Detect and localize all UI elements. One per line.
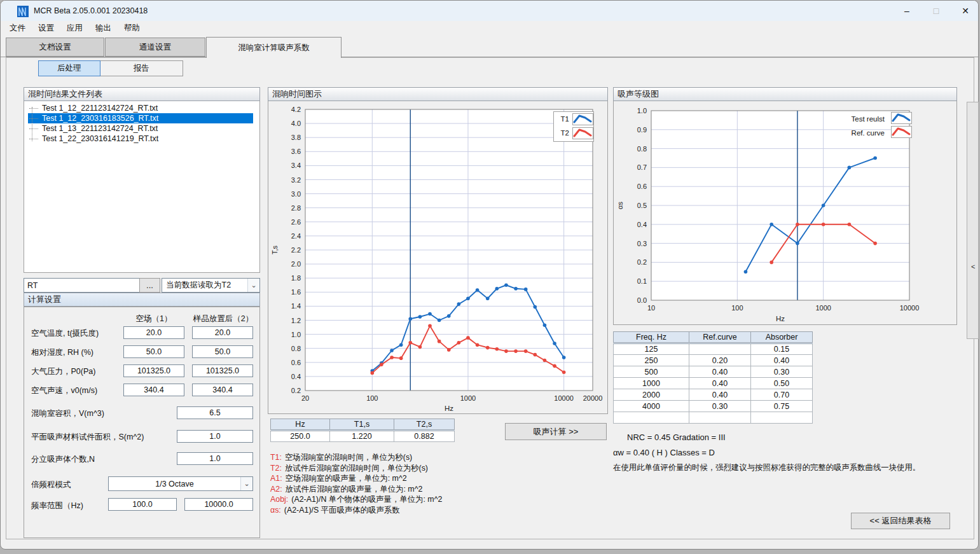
humidity-field-1[interactable] — [123, 345, 184, 358]
octave-mode-dropdown[interactable]: 1/3 Octave ⌄ — [108, 476, 253, 491]
svg-text:100: 100 — [731, 304, 743, 312]
pressure-field-2[interactable] — [192, 364, 253, 377]
table-cell: 500 — [614, 366, 689, 378]
subtab-report[interactable]: 报告 — [100, 60, 183, 76]
humidity-label: 相对湿度, RH (%) — [31, 347, 93, 358]
temp-field-2[interactable] — [192, 326, 253, 339]
freq-range-min-field[interactable] — [108, 498, 177, 511]
table-row: 1250.15 — [614, 343, 813, 355]
legend-label-t2: T2 — [554, 129, 572, 137]
menu-output[interactable]: 输出 — [89, 21, 118, 36]
svg-text:0.1: 0.1 — [637, 277, 647, 285]
table-cell: 0.50 — [751, 378, 813, 389]
volume-label: 混响室容积，V(m^3) — [31, 408, 104, 419]
menu-help[interactable]: 帮助 — [118, 21, 146, 36]
table-cell: 0.40 — [751, 355, 813, 366]
svg-text:1000: 1000 — [460, 394, 476, 402]
table-header-row: Freq. HzRef.curveAbsorber — [614, 332, 813, 343]
menu-settings[interactable]: 设置 — [32, 21, 60, 36]
file-list[interactable]: Test 1_12_221123142724_RT.txtTest 1_12_2… — [24, 101, 260, 273]
svg-text:0.4: 0.4 — [637, 221, 647, 228]
table-row: 10000.400.50 — [614, 378, 813, 389]
legend-label-t1: T1 — [554, 115, 572, 123]
table-cell: 0.40 — [689, 378, 751, 389]
table-header-row: HzT1,sT2,s — [271, 419, 455, 431]
definition-line: Aobj:(A2-A1)/N 单个物体的吸声量，单位为: m^2 — [270, 494, 442, 505]
rt-name-input[interactable] — [24, 278, 140, 293]
file-name: Test 1_13_221123142724_RT.txt — [42, 124, 158, 133]
svg-text:10000: 10000 — [900, 304, 920, 312]
tab-reverb-room-absorption[interactable]: 混响室计算吸声系数 — [206, 37, 342, 58]
table-cell: 0.40 — [689, 366, 751, 378]
svg-text:1.6: 1.6 — [291, 288, 301, 296]
svg-text:0.2: 0.2 — [637, 258, 647, 266]
tree-line — [32, 107, 32, 141]
sample-area-field[interactable] — [177, 430, 253, 443]
tree-stub-icon — [29, 108, 38, 109]
definition-key: αs: — [270, 506, 281, 515]
list-item[interactable]: Test 1_22_230316141219_RT.txt — [28, 134, 253, 144]
svg-text:3.2: 3.2 — [291, 176, 301, 184]
humidity-field-2[interactable] — [192, 345, 253, 358]
subtab-postprocess[interactable]: 后处理 — [38, 60, 100, 76]
svg-text:0.5: 0.5 — [637, 202, 647, 209]
tab-channel-settings[interactable]: 通道设置 — [105, 38, 205, 57]
definition-line: A2:放试件后混响室的吸声量，单位为: m^2 — [270, 484, 442, 495]
list-item[interactable]: Test 1_13_221123142724_RT.txt — [28, 123, 253, 134]
svg-text:4.0: 4.0 — [291, 120, 301, 127]
table-cell: 250.0 — [271, 431, 330, 442]
svg-text:0.0: 0.0 — [637, 296, 647, 304]
tab-document-settings[interactable]: 文档设置 — [6, 38, 104, 57]
back-to-results-button[interactable]: << 返回结果表格 — [851, 513, 950, 529]
ref-curve-icon — [891, 126, 912, 138]
svg-text:3.8: 3.8 — [291, 134, 301, 141]
rt-chart-canvas[interactable]: 0.20.40.60.81.01.21.41.61.82.02.22.42.62… — [268, 101, 607, 413]
legend-label-test-result: Test reulst — [830, 115, 888, 123]
definition-text: (A2-A1)/S 平面吸声体的吸声系数 — [284, 506, 400, 515]
chevron-down-icon[interactable]: ⌄ — [240, 477, 252, 490]
svg-text:10: 10 — [647, 304, 655, 312]
svg-text:0.2: 0.2 — [291, 387, 301, 394]
list-item[interactable]: Test 1_12_230316183526_RT.txt — [28, 113, 253, 123]
table-cell — [751, 412, 813, 424]
menu-apply[interactable]: 应用 — [60, 21, 89, 36]
menu-file[interactable]: 文件 — [3, 21, 32, 36]
browse-button[interactable]: ... — [139, 278, 160, 293]
temp-field-1[interactable] — [123, 326, 184, 339]
svg-text:αs: αs — [616, 202, 624, 209]
volume-field[interactable] — [177, 406, 253, 419]
absorption-calc-button[interactable]: 吸声计算 >> — [505, 423, 607, 440]
tree-stub-icon — [29, 118, 38, 119]
chevron-down-icon[interactable]: ⌄ — [247, 279, 259, 292]
maximize-button[interactable]: □ — [921, 1, 951, 21]
col-with-sample: 样品放置后（2） — [190, 314, 257, 324]
list-item[interactable]: Test 1_12_221123142724_RT.txt — [28, 103, 253, 113]
svg-text:0.3: 0.3 — [637, 240, 647, 247]
pressure-field-1[interactable] — [123, 364, 184, 377]
data-read-dropdown[interactable]: 当前数据读取为T2 ⌄ — [162, 278, 260, 293]
svg-text:Hz: Hz — [445, 405, 453, 412]
freq-range-max-field[interactable] — [184, 498, 253, 511]
svg-text:0.8: 0.8 — [637, 145, 647, 153]
window-title: MCR Beta 2.05.0.001 20230418 — [34, 6, 148, 15]
sound-speed-field-2[interactable] — [192, 384, 253, 396]
collapse-left-icon[interactable]: < — [971, 263, 975, 270]
minimize-button[interactable]: – — [892, 1, 921, 21]
column-header: Absorber — [751, 332, 813, 343]
object-count-label: 分立吸声体个数,N — [31, 454, 95, 465]
single-value-warning-text: 在使用此单值评价量的时候，强烈建议与按照标准获得的完整的吸声系数曲线一块使用。 — [613, 462, 920, 473]
svg-text:100: 100 — [366, 394, 378, 402]
sound-speed-field-1[interactable] — [123, 384, 184, 396]
side-panel-collapse-strip[interactable]: < — [967, 102, 979, 339]
svg-text:3.6: 3.6 — [291, 148, 301, 155]
svg-text:20: 20 — [301, 394, 309, 402]
table-row: 5000.400.30 — [614, 366, 813, 378]
svg-text:1.0: 1.0 — [637, 107, 647, 114]
object-count-field[interactable] — [177, 452, 253, 465]
sound-speed-label: 空气声速，v0(m/s) — [31, 385, 97, 396]
temp-label: 空气温度, t(摄氏度) — [31, 328, 99, 339]
app-window: MCR Beta 2.05.0.001 20230418 – □ ✕ 文件 设置… — [0, 0, 979, 550]
close-button[interactable]: ✕ — [951, 1, 980, 21]
table-cell: 2000 — [614, 389, 689, 401]
data-read-dropdown-value: 当前数据读取为T2 — [162, 280, 247, 291]
